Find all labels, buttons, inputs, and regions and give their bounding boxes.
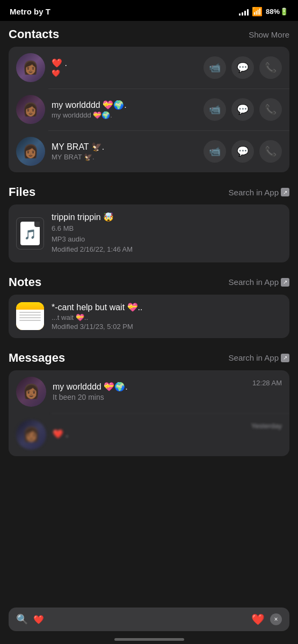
status-right: 📶 88%🔋 [239,6,288,17]
message-row[interactable]: 👩🏾 my worldddd 💝🌍. It been 20 mins 12:28… [9,370,289,413]
messages-header: Messages Search in App ↗ [9,351,289,365]
search-input[interactable] [33,614,246,624]
files-section: Files Search in App ↗ 🎵 trippin trippin … [0,179,298,269]
file-card[interactable]: 🎵 trippin trippin 🤯 6.6 MB MP3 audio Mod… [9,204,289,262]
message-preview: It been 20 mins [53,393,246,401]
notes-section: Notes Search in App ↗ *-cant help but wa… [0,269,298,345]
contact-row: 👩🏾 ❤️ . ❤️ 📹 💬 📞 [9,47,289,89]
note-date: Modified 3/11/23, 5:02 PM [52,323,142,331]
battery-label: 88%🔋 [266,8,288,16]
contacts-section: Contacts Show More 👩🏾 ❤️ . ❤️ 📹 💬 📞 👩🏾 [0,21,298,179]
wifi-icon: 📶 [252,6,263,17]
notes-title: Notes [9,275,41,289]
external-link-icon: ↗ [281,278,289,287]
avatar: 👩🏾 [16,53,45,82]
message-content: my worldddd 💝🌍. It been 20 mins [53,382,246,401]
messages-title: Messages [9,351,65,365]
file-info: trippin trippin 🤯 6.6 MB MP3 audio Modif… [52,212,133,255]
message-sender-name: ❤️ . [53,429,245,439]
contact-sub: ❤️ [52,69,197,77]
contact-row: 👩🏾 MY BRAT 🦅. MY BRAT 🦅. 📹 💬 📞 [9,130,289,172]
messages-search-in-app[interactable]: Search in App ↗ [229,353,289,362]
contact-name: MY BRAT 🦅. [52,142,197,152]
contacts-card: 👩🏾 ❤️ . ❤️ 📹 💬 📞 👩🏾 my worldddd 💝🌍. my w… [9,47,289,172]
message-avatar: 👩🏾 [16,420,46,450]
video-call-button[interactable]: 📹 [203,140,226,163]
files-search-in-app[interactable]: Search in App ↗ [229,188,289,197]
message-time: Yesterday [251,422,282,430]
contact-actions: 📹 💬 📞 [203,140,282,163]
contact-name: my worldddd 💝🌍. [52,100,197,110]
note-card[interactable]: *-cant help but wait 💝.. ...t wait 💝.. M… [9,295,289,338]
notes-app-icon [16,302,44,330]
messages-section: Messages Search in App ↗ 👩🏾 my worldddd … [0,345,298,463]
avatar: 👩🏾 [16,95,45,124]
contact-info: ❤️ . ❤️ [52,58,197,77]
file-meta: 6.6 MB MP3 audio Modified 2/16/22, 1:46 … [52,223,133,255]
note-info: *-cant help but wait 💝.. ...t wait 💝.. M… [52,302,142,331]
home-indicator [114,638,184,641]
phone-button[interactable]: 📞 [259,140,282,163]
message-time: 12:28 AM [252,379,282,387]
contact-actions: 📹 💬 📞 [203,56,282,79]
contact-name: ❤️ . [52,58,197,68]
files-header: Files Search in App ↗ [9,185,289,199]
contact-row: 👩🏾 my worldddd 💝🌍. my worldddd 💝🌍. 📹 💬 📞 [9,89,289,130]
contacts-header: Contacts Show More [9,27,289,41]
signal-bars-icon [239,8,249,16]
note-name: *-cant help but wait 💝.. [52,302,142,312]
phone-button[interactable]: 📞 [259,56,282,79]
status-bar: Metro by T 📶 88%🔋 [0,0,298,21]
message-button[interactable]: 💬 [231,98,254,121]
messages-card: 👩🏾 my worldddd 💝🌍. It been 20 mins 12:28… [9,370,289,456]
notes-header: Notes Search in App ↗ [9,275,289,289]
contact-info: MY BRAT 🦅. MY BRAT 🦅. [52,142,197,161]
carrier-label: Metro by T [10,7,50,16]
contacts-show-more[interactable]: Show More [249,30,289,39]
contact-sub: my worldddd 💝🌍. [52,111,197,119]
video-call-button[interactable]: 📹 [203,56,226,79]
search-bar[interactable]: 🔍 ❤️ × [9,608,289,631]
note-preview: ...t wait 💝.. [52,313,142,321]
contact-sub: MY BRAT 🦅. [52,153,197,161]
search-bar-container: 🔍 ❤️ × [0,608,298,631]
message-avatar: 👩🏾 [16,377,46,407]
file-name: trippin trippin 🤯 [52,212,133,222]
search-clear-button[interactable]: × [270,613,282,625]
video-call-button[interactable]: 📹 [203,98,226,121]
external-link-icon: ↗ [281,188,289,196]
search-icon: 🔍 [16,613,28,625]
contact-info: my worldddd 💝🌍. my worldddd 💝🌍. [52,100,197,119]
message-row[interactable]: 👩🏾 ❤️ . Yesterday [9,413,289,456]
phone-button[interactable]: 📞 [259,98,282,121]
audio-wave-icon: 🎵 [24,229,36,240]
files-title: Files [9,185,35,199]
message-content: ❤️ . [53,429,245,440]
contacts-title: Contacts [9,27,59,41]
message-sender-name: my worldddd 💝🌍. [53,382,246,392]
avatar: 👩🏾 [16,137,45,166]
notes-search-in-app[interactable]: Search in App ↗ [229,277,289,287]
contact-actions: 📹 💬 📞 [203,98,282,121]
message-button[interactable]: 💬 [231,56,254,79]
search-emoji: ❤️ [251,613,265,626]
message-button[interactable]: 💬 [231,140,254,163]
external-link-icon: ↗ [281,354,289,362]
file-icon: 🎵 [16,217,44,250]
